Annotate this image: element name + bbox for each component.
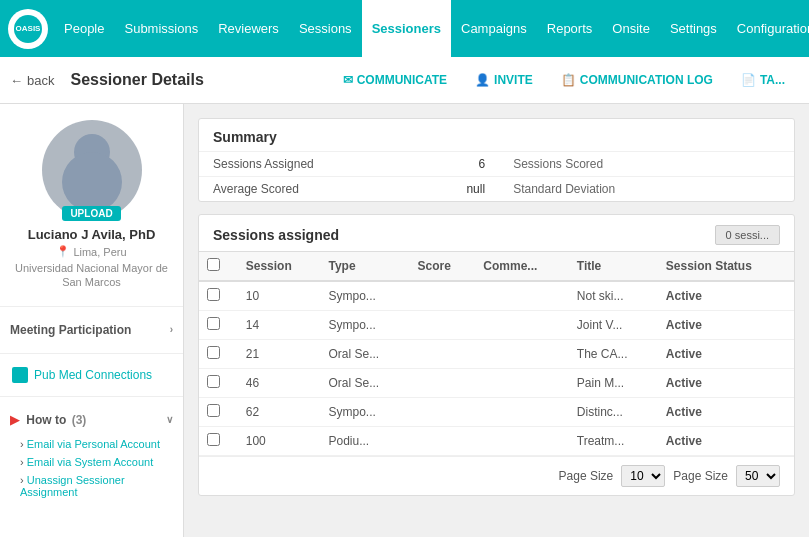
row-3-score — [409, 340, 475, 369]
avatar-area: UPLOAD Luciano J Avila, PhD 📍 Lima, Peru… — [0, 104, 183, 298]
summary-table: Sessions Assigned 6 Sessions Scored Aver… — [199, 151, 794, 201]
page-size-select-2[interactable]: 50 — [736, 465, 780, 487]
location-text: Lima, Peru — [73, 246, 126, 258]
sessions-header: Sessions assigned 0 sessi... — [199, 215, 794, 251]
std-deviation-label: Standard Deviation — [499, 177, 742, 202]
howto-label-container: ▶ How to (3) — [10, 413, 86, 427]
sidebar-sublink-email-personal[interactable]: › Email via Personal Account — [0, 435, 183, 453]
summary-title: Summary — [199, 119, 794, 151]
row-4-check — [199, 369, 238, 398]
row-1-checkbox[interactable] — [207, 288, 220, 301]
meeting-participation-label: Meeting Participation — [10, 323, 131, 337]
row-6-session: 100 — [238, 427, 321, 456]
nav-item-campaigns[interactable]: Campaigns — [451, 0, 537, 57]
nav-item-onsite[interactable]: Onsite — [602, 0, 660, 57]
sessions-scored-value — [742, 152, 794, 177]
avatar — [42, 120, 142, 220]
user-name: Luciano J Avila, PhD — [28, 227, 156, 242]
nav-item-submissions[interactable]: Submissions — [114, 0, 208, 57]
row-6-comment — [475, 427, 568, 456]
sidebar-section-howto[interactable]: ▶ How to (3) ∨ — [0, 405, 183, 435]
arrow-right-icon3: › — [20, 474, 24, 486]
nav-item-people[interactable]: People — [54, 0, 114, 57]
sidebar-divider-3 — [0, 396, 183, 397]
row-3-comment — [475, 340, 568, 369]
sessions-assigned-value: 6 — [439, 152, 499, 177]
row-1-title: Not ski... — [569, 281, 658, 311]
sidebar-link-pubmed[interactable]: Pub Med Connections — [0, 362, 183, 388]
main-layout: UPLOAD Luciano J Avila, PhD 📍 Lima, Peru… — [0, 104, 809, 537]
sessions-assigned-label: Sessions Assigned — [199, 152, 439, 177]
row-3-status: Active — [658, 340, 794, 369]
user-affiliation: Universidad Nacional Mayor de San Marcos — [8, 261, 175, 290]
row-1-score — [409, 281, 475, 311]
row-3-checkbox[interactable] — [207, 346, 220, 359]
row-2-session: 14 — [238, 311, 321, 340]
top-navigation: OASIS People Submissions Reviewers Sessi… — [0, 0, 809, 57]
arrow-right-icon: › — [20, 438, 24, 450]
table-row: 21 Oral Se... The CA... Active — [199, 340, 794, 369]
col-checkbox — [199, 252, 238, 282]
table-row: 14 Sympo... Joint V... Active — [199, 311, 794, 340]
pubmed-icon — [12, 367, 28, 383]
pagination-row: Page Size 10 Page Size 50 — [199, 456, 794, 495]
nav-item-sessions[interactable]: Sessions — [289, 0, 362, 57]
sidebar: UPLOAD Luciano J Avila, PhD 📍 Lima, Peru… — [0, 104, 184, 537]
row-6-type: Podiu... — [320, 427, 409, 456]
col-session: Session — [238, 252, 321, 282]
sidebar-section-meeting-participation[interactable]: Meeting Participation › — [0, 315, 183, 345]
col-comment: Comme... — [475, 252, 568, 282]
invite-button[interactable]: 👤 INVITE — [461, 67, 547, 93]
nav-item-configuration[interactable]: Configuration — [727, 0, 809, 57]
row-5-comment — [475, 398, 568, 427]
sessions-table-body: 10 Sympo... Not ski... Active 14 Sympo..… — [199, 281, 794, 456]
communication-log-button[interactable]: 📋 COMMUNICATION LOG — [547, 67, 727, 93]
row-2-title: Joint V... — [569, 311, 658, 340]
sidebar-sublink-email-system[interactable]: › Email via System Account — [0, 453, 183, 471]
logo[interactable]: OASIS — [8, 9, 48, 49]
row-4-status: Active — [658, 369, 794, 398]
col-title: Title — [569, 252, 658, 282]
row-1-comment — [475, 281, 568, 311]
row-5-checkbox[interactable] — [207, 404, 220, 417]
nav-item-reports[interactable]: Reports — [537, 0, 603, 57]
howto-label: How to — [26, 413, 66, 427]
page-size-label-1: Page Size — [559, 469, 614, 483]
summary-row-1: Sessions Assigned 6 Sessions Scored — [199, 152, 794, 177]
nav-item-reviewers[interactable]: Reviewers — [208, 0, 289, 57]
row-4-checkbox[interactable] — [207, 375, 220, 388]
select-all-checkbox[interactable] — [207, 258, 220, 271]
unassign-label: Unassign Sessioner Assignment — [20, 474, 125, 498]
sessions-count-button[interactable]: 0 sessi... — [715, 225, 780, 245]
back-arrow-icon: ← — [10, 73, 23, 88]
row-1-check — [199, 281, 238, 311]
nav-item-settings[interactable]: Settings — [660, 0, 727, 57]
tab-label: TA... — [760, 73, 785, 87]
nav-item-sessioners[interactable]: Sessioners — [362, 0, 451, 57]
row-2-score — [409, 311, 475, 340]
communicate-button[interactable]: ✉ COMMUNICATE — [329, 67, 461, 93]
row-4-title: Pain M... — [569, 369, 658, 398]
row-3-session: 21 — [238, 340, 321, 369]
row-6-score — [409, 427, 475, 456]
arrow-right-icon2: › — [20, 456, 24, 468]
howto-icon: ▶ — [10, 413, 19, 427]
upload-badge[interactable]: UPLOAD — [62, 206, 120, 221]
sessions-table-head: Session Type Score Comme... Title Sessio… — [199, 252, 794, 282]
row-5-check — [199, 398, 238, 427]
row-3-type: Oral Se... — [320, 340, 409, 369]
person-icon: 👤 — [475, 73, 490, 87]
page-size-select-1[interactable]: 10 — [621, 465, 665, 487]
row-6-checkbox[interactable] — [207, 433, 220, 446]
sidebar-divider-1 — [0, 306, 183, 307]
envelope-icon: ✉ — [343, 73, 353, 87]
chevron-right-icon: › — [170, 324, 173, 335]
sessions-scored-label: Sessions Scored — [499, 152, 742, 177]
col-status: Session Status — [658, 252, 794, 282]
tab-icon: 📄 — [741, 73, 756, 87]
sidebar-sublink-unassign[interactable]: › Unassign Sessioner Assignment — [0, 471, 183, 501]
tab-button[interactable]: 📄 TA... — [727, 67, 799, 93]
back-button[interactable]: ← back — [10, 73, 54, 88]
row-5-type: Sympo... — [320, 398, 409, 427]
row-2-checkbox[interactable] — [207, 317, 220, 330]
